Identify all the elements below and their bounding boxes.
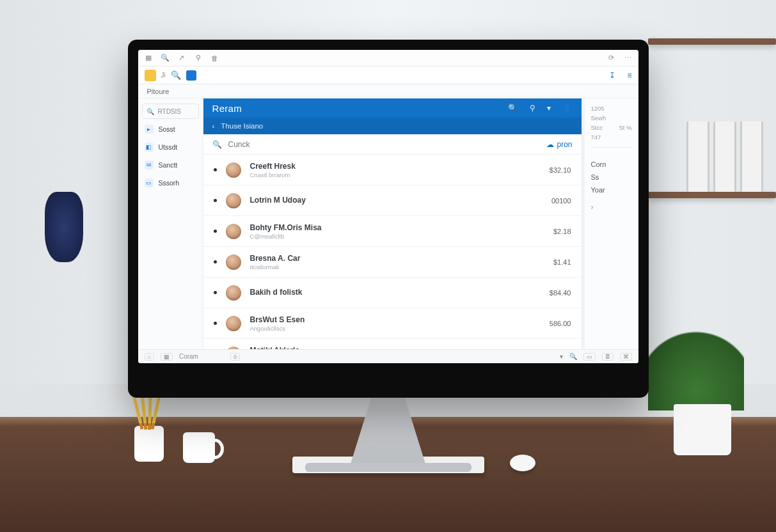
- panel-search-input[interactable]: [228, 140, 541, 149]
- toolbar-search-icon[interactable]: 🔍: [171, 70, 181, 80]
- list-item[interactable]: Bakih d folistk $84.40: [203, 278, 582, 308]
- sidebar-item-2[interactable]: ✉ Sanctt: [142, 157, 199, 173]
- refresh-icon[interactable]: ⟳: [608, 54, 615, 62]
- sync-label: pron: [557, 140, 572, 149]
- status-chip-icon[interactable]: ▭: [583, 353, 596, 361]
- mouse: [510, 455, 535, 471]
- panel-header: Reram 🔍 ⚲ ▾ 👤 ‹ Thuse Isiano: [203, 98, 582, 134]
- folder-icon: ▸: [145, 125, 154, 134]
- metric-key: 747: [591, 134, 601, 141]
- row-amount: $84.40: [550, 289, 571, 297]
- trash-icon[interactable]: 🗑: [211, 54, 219, 62]
- row-name: Bohty FM.Oris Misa: [250, 223, 322, 232]
- sidebar-item-3[interactable]: ▭ Sssorh: [142, 175, 199, 191]
- row-amount: 00100: [551, 197, 571, 205]
- search-icon: 🔍: [212, 140, 222, 149]
- avatar: [226, 224, 241, 239]
- sidebar-item-label: Sssorh: [159, 179, 180, 187]
- header-search-icon[interactable]: 🔍: [508, 104, 518, 113]
- right-rail: 1205 Sewh StccSt % 747 Corn Ss Yoar ›: [585, 98, 638, 349]
- list-panel: Reram 🔍 ⚲ ▾ 👤 ‹ Thuse Isiano: [203, 98, 582, 349]
- filter-icon[interactable]: ⚲: [530, 104, 535, 113]
- chevron-right-icon[interactable]: ›: [591, 203, 632, 212]
- secondary-toolbar: Ji 🔍 ↧ ≡: [138, 66, 638, 84]
- avatar: [226, 316, 241, 331]
- status-chip-icon[interactable]: ⎚: [230, 353, 240, 361]
- status-chip-icon[interactable]: ⌂: [145, 353, 154, 361]
- status-label: Coram: [179, 353, 198, 360]
- status-chip-icon[interactable]: ≣: [602, 353, 614, 361]
- row-amount: 586.00: [550, 320, 571, 327]
- row-name: Bakih d folistk: [250, 288, 303, 297]
- overflow-icon[interactable]: ⋯: [624, 54, 632, 62]
- status-chip-icon[interactable]: ▦: [161, 353, 173, 361]
- contact-list: Creeft Hresk Cnastl brrarom $32.10 Lotri…: [203, 155, 582, 363]
- row-subtitle: Itcstlormali: [250, 263, 301, 270]
- person-icon[interactable]: 👤: [562, 104, 572, 113]
- status-chip-icon[interactable]: ⌘: [620, 353, 632, 361]
- row-amount: $1.41: [553, 258, 571, 266]
- menu-icon[interactable]: ≡: [627, 71, 631, 80]
- row-subtitle: C@meallcltb: [250, 233, 322, 240]
- sidebar-item-label: Sanctt: [159, 161, 178, 169]
- search-icon[interactable]: 🔍: [161, 54, 169, 62]
- share-icon[interactable]: ↗: [178, 54, 186, 62]
- scroll-down-icon[interactable]: ▾: [560, 353, 563, 361]
- row-amount: $2.18: [553, 228, 571, 235]
- chat-icon: ◧: [145, 143, 154, 152]
- metric-key: Sewh: [591, 114, 606, 121]
- mail-icon: ✉: [145, 160, 154, 169]
- pin-icon[interactable]: ⚲: [194, 54, 202, 62]
- main-area: Reram 🔍 ⚲ ▾ 👤 ‹ Thuse Isiano: [203, 98, 638, 349]
- rail-link[interactable]: Corn: [591, 160, 632, 168]
- sidebar-search[interactable]: 🔍 RTDSIS: [142, 104, 199, 119]
- sidebar-item-label: Sosst: [159, 125, 175, 133]
- back-chevron-icon[interactable]: ‹: [212, 122, 215, 130]
- card-icon: ▭: [145, 178, 154, 187]
- row-name: Lotrin M Udoay: [250, 196, 306, 205]
- tab-active[interactable]: Pitoure: [147, 88, 170, 95]
- app-window: ▦ 🔍 ↗ ⚲ 🗑 ⟳ ⋯ Ji 🔍 ↧ ≡ Pitoure 🔍: [138, 50, 638, 363]
- bullet-icon: [214, 322, 217, 325]
- list-item[interactable]: Lotrin M Udoay 00100: [203, 185, 582, 216]
- panel-search-bar[interactable]: 🔍 ☁ pron: [203, 134, 582, 155]
- list-item[interactable]: Bohty FM.Oris Misa C@meallcltb $2.18: [203, 216, 582, 247]
- metric-key: Stcc: [591, 124, 603, 131]
- row-name: BrsWut S Esen: [250, 315, 305, 324]
- breadcrumb[interactable]: Thuse Isiano: [221, 122, 263, 130]
- app-tile-yellow-icon[interactable]: [145, 70, 156, 81]
- bullet-icon: [214, 230, 217, 233]
- sidebar-item-0[interactable]: ▸ Sosst: [142, 121, 199, 137]
- chevron-down-icon[interactable]: ▾: [547, 104, 551, 113]
- list-item[interactable]: BrsWut S Esen Angouticllscs 586.00: [203, 308, 582, 339]
- sync-arrow-icon[interactable]: ↧: [609, 71, 615, 80]
- search-icon: 🔍: [146, 108, 154, 115]
- bullet-icon: [214, 260, 217, 263]
- row-name: Creeft Hresk: [250, 162, 296, 171]
- bullet-icon: [214, 291, 217, 294]
- panel-title: Reram: [212, 103, 242, 114]
- avatar: [226, 193, 241, 208]
- metric-key: 1205: [591, 105, 605, 112]
- toolbar-pill[interactable]: Ji: [161, 72, 166, 79]
- bullet-icon: [214, 199, 217, 202]
- app-tile-blue-icon[interactable]: [186, 70, 196, 81]
- rail-link[interactable]: Ss: [591, 173, 632, 181]
- sidebar-item-label: Utssdt: [159, 143, 178, 151]
- rail-link[interactable]: Yoar: [591, 186, 632, 194]
- sidebar: 🔍 RTDSIS ▸ Sosst ◧ Utssdt ✉ Sanctt ▭: [138, 98, 203, 349]
- tab-bar: Pitoure: [138, 84, 638, 98]
- sidebar-search-placeholder: RTDSIS: [158, 108, 182, 115]
- list-item[interactable]: Creeft Hresk Cnastl brrarom $32.10: [203, 155, 582, 185]
- list-item[interactable]: Bresna A. Car Itcstlormali $1.41: [203, 247, 582, 278]
- grid-icon[interactable]: ▦: [145, 54, 152, 62]
- row-name: Bresna A. Car: [250, 254, 301, 263]
- sync-status[interactable]: ☁ pron: [546, 140, 572, 149]
- status-search-icon[interactable]: 🔍: [569, 353, 577, 361]
- row-subtitle: Angouticllscs: [250, 325, 305, 332]
- cloud-icon: ☁: [546, 140, 554, 149]
- row-subtitle: Cnastl brrarom: [250, 171, 296, 178]
- sidebar-item-1[interactable]: ◧ Utssdt: [142, 139, 199, 155]
- row-amount: $32.10: [550, 166, 571, 174]
- avatar: [226, 162, 241, 178]
